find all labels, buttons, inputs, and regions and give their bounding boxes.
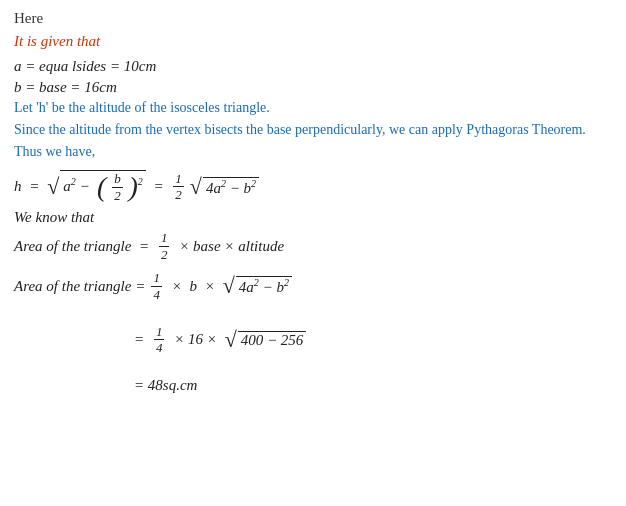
header-text: Here <box>14 10 612 27</box>
var-b-line: b = base = 16cm <box>14 79 612 96</box>
sqrt-expr-3: √ 4a2 − b2 <box>223 275 292 297</box>
sqrt-expr-4: √ 400 − 256 <box>225 329 307 351</box>
since-text: Since the altitude from the vertex bisec… <box>14 122 612 138</box>
thus-text: Thus we have, <box>14 144 612 160</box>
sqrt-expr-2: √ 4a2 − b2 <box>190 176 259 198</box>
sqrt-expr-1: √ a2 − ( b 2 )2 <box>47 170 146 203</box>
area-step2: = 1 4 × 16 × √ 400 − 256 <box>134 324 612 356</box>
we-know-text: We know that <box>14 209 612 226</box>
h-formula: h = √ a2 − ( b 2 )2 = 1 2 √ 4a2 − b2 <box>14 170 612 203</box>
final-result: = 48sq.cm <box>134 377 612 394</box>
let-h-text: Let 'h' be the altitude of the isosceles… <box>14 100 612 116</box>
given-label: It is given that <box>14 33 612 50</box>
area-formula: Area of the triangle = 1 2 × base × alti… <box>14 230 612 262</box>
var-a-line: a = equa lsides = 10cm <box>14 58 612 75</box>
area-step1: Area of the triangle= 1 4 × b × √ 4a2 − … <box>14 270 612 302</box>
